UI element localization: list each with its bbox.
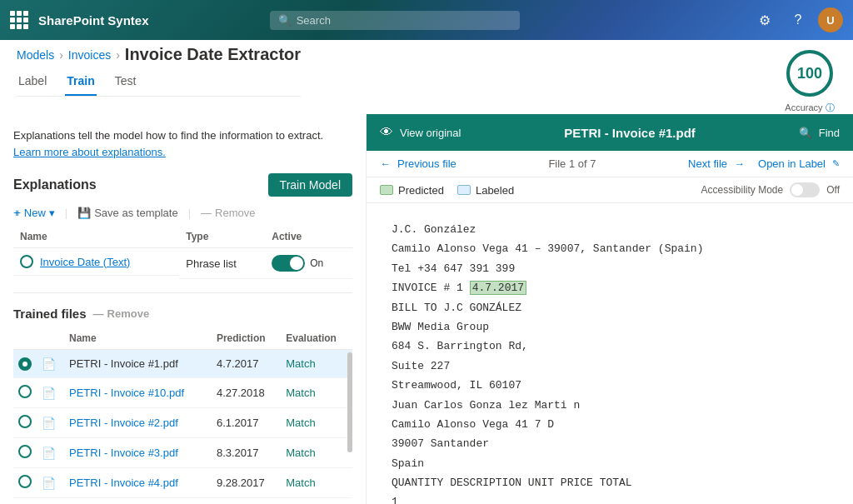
header-area: Models › Invoices › Invoice Date Extract… [0,40,853,114]
predicted-legend: Predicted [380,184,444,197]
save-template-button[interactable]: 💾 Save as template [77,207,177,219]
view-original-button[interactable]: View original [400,127,461,139]
trained-files-title: Trained files [13,307,87,321]
file-name[interactable]: PETRI - Invoice #2.pdf [64,408,212,438]
doc-line: 1 [392,492,828,504]
top-bar-actions: ⚙ ? U [751,7,843,33]
main-layout: Explanations tell the model how to find … [0,114,853,504]
file-radio[interactable] [18,385,32,398]
app-grid-icon[interactable] [10,11,28,29]
file-evaluation: Match [281,468,352,498]
find-icon: 🔍 [799,127,812,139]
accuracy-widget: 100 Accuracy ⓘ [783,47,836,114]
labeled-label: Labeled [476,184,514,197]
eye-icon: 👁 [380,125,393,140]
pdf-icon: 📄 [42,357,56,371]
doc-line: 39007 Santander [392,434,828,453]
toggle-label: On [310,257,323,269]
doc-line: INVOICE # 1 4.7.2017 [392,278,828,297]
accuracy-info-icon[interactable]: ⓘ [826,102,835,112]
file-position: File 1 of 7 [548,157,596,170]
legend-bar: Predicted Labeled Accessibility Mode Off [367,177,853,203]
remove-files-button[interactable]: — Remove [93,307,150,320]
file-prediction: 8.3.2017 [212,438,281,468]
file-radio[interactable] [18,415,32,428]
open-in-label-link[interactable]: Open in Label ✎ [758,157,840,170]
tab-train[interactable]: Train [65,67,96,96]
app-logo: SharePoint Syntex [38,13,149,27]
file-prediction: 6.1.2017 [212,408,281,438]
file-evaluation: Match [281,408,352,438]
col-active: Active [265,226,352,248]
chevron-left-icon: ← [380,157,391,170]
file-prediction: 4.7.2017 [212,350,281,378]
explanations-header: Explanations Train Model [13,173,352,197]
doc-line: Camilo Alonso Vega 41 7 D [392,415,828,434]
explanation-radio[interactable] [20,255,33,268]
doc-line: BWW Media Group [392,317,828,337]
accuracy-label: Accuracy ⓘ [785,102,834,114]
find-button[interactable]: Find [819,127,840,139]
breadcrumb-invoices[interactable]: Invoices [68,48,111,62]
file-radio[interactable] [18,445,32,458]
breadcrumb-sep2: › [116,48,120,62]
accessibility-mode-label: Accessibility Mode [701,184,784,196]
section-divider [13,292,352,293]
pdf-icon: 📄 [42,417,56,430]
trained-files-header: Trained files — Remove [13,307,352,321]
new-button[interactable]: + + New ▾ [13,207,55,219]
next-file-nav[interactable]: Next file → [688,157,745,170]
avatar[interactable]: U [818,7,843,32]
file-row[interactable]: 📄 PETRI - Invoice #10.pdf 4.27.2018 Matc… [13,378,352,408]
help-icon[interactable]: ? [785,7,811,33]
breadcrumb-models[interactable]: Models [17,48,54,62]
doc-line: Tel +34 647 391 399 [392,259,828,278]
minus-icon: — [201,207,212,219]
doc-line: Spain [392,454,828,473]
file-prediction: 9.28.2017 [212,468,281,498]
file-name[interactable]: PETRI - Invoice #3.pdf [64,438,212,468]
doc-header: 👁 View original PETRI - Invoice #1.pdf 🔍… [367,114,853,151]
search-bar[interactable]: 🔍 [270,11,520,30]
accessibility-toggle[interactable] [790,182,820,197]
learn-more-link[interactable]: Learn more about explanations. [13,146,166,158]
files-table: Name Prediction Evaluation 📄 PETRI - Inv… [13,327,352,498]
tab-test[interactable]: Test [113,67,138,96]
trained-files-section: Trained files — Remove Name Prediction E… [13,307,352,498]
file-name[interactable]: PETRI - Invoice #10.pdf [64,378,212,408]
file-row[interactable]: 📄 PETRI - Invoice #4.pdf 9.28.2017 Match [13,468,352,498]
tab-label[interactable]: Label [17,67,48,96]
legend-items: Predicted Labeled [380,184,514,197]
document-content: J.C. GonzálezCamilo Alonso Vega 41 – 390… [367,203,853,504]
train-model-button[interactable]: Train Model [268,173,352,197]
scroll-bar[interactable] [347,352,352,452]
file-name[interactable]: PETRI - Invoice #4.pdf [64,468,212,498]
file-evaluation: Match [281,378,352,408]
col-evaluation: Evaluation [281,327,352,350]
prev-file-label: Previous file [397,157,456,170]
file-radio[interactable] [18,357,32,371]
file-name[interactable]: PETRI - Invoice #1.pdf [64,350,212,378]
chevron-down-icon: ▾ [49,207,55,219]
remove-button[interactable]: — Remove [201,207,255,219]
explanations-table: Name Type Active Invoice Date (Text) Phr… [13,226,352,279]
explanation-name[interactable]: Invoice Date (Text) [40,256,130,268]
file-evaluation: Match [281,350,352,378]
app-name: SharePoint Syntex [38,13,149,27]
file-row[interactable]: 📄 PETRI - Invoice #1.pdf 4.7.2017 Match [13,350,352,378]
active-toggle[interactable] [272,255,305,272]
file-row[interactable]: 📄 PETRI - Invoice #2.pdf 6.1.2017 Match [13,408,352,438]
settings-icon[interactable]: ⚙ [751,7,778,33]
accuracy-value: 100 [797,65,822,82]
accessibility-mode: Accessibility Mode Off [701,182,841,197]
page-title: Invoice Date Extractor [125,45,301,64]
search-input[interactable] [297,14,511,27]
top-bar: SharePoint Syntex 🔍 ⚙ ? U [0,0,853,40]
prev-file-nav[interactable]: ← Previous file [380,157,456,170]
pdf-icon: 📄 [42,447,56,460]
file-radio[interactable] [18,475,32,488]
file-row[interactable]: 📄 PETRI - Invoice #3.pdf 8.3.2017 Match [13,438,352,468]
highlighted-date: 4.7.2017 [470,281,526,295]
col-name: Name [13,226,179,248]
explanations-toolbar: + + New ▾ | 💾 Save as template | — Remov… [13,207,352,219]
